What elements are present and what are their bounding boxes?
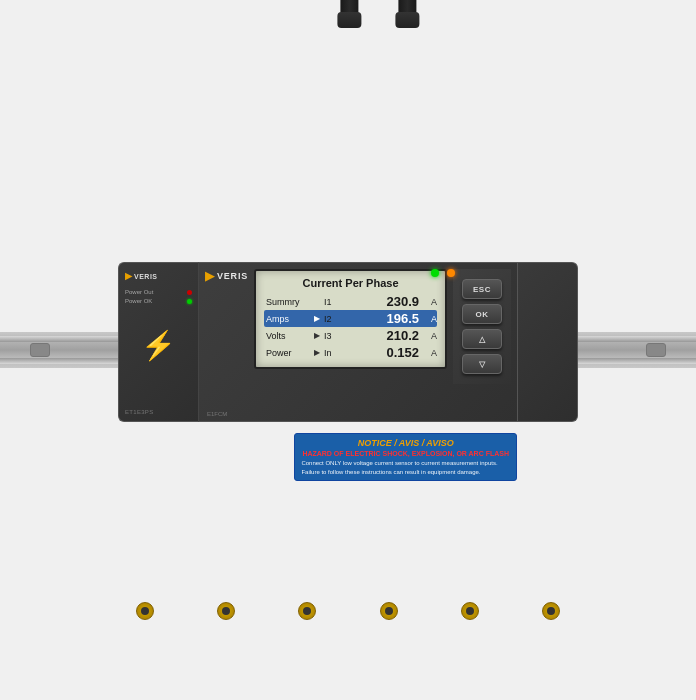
notice-body1: Connect ONLY low voltage current sensor … bbox=[301, 459, 510, 467]
lcd-label-2: Amps bbox=[264, 314, 314, 324]
lcd-display: Current Per Phase Summry I1 230.9 A Amps… bbox=[254, 269, 447, 369]
terminal-2 bbox=[217, 602, 235, 620]
status-led-green bbox=[431, 269, 439, 277]
lcd-label-3: Volts bbox=[264, 331, 314, 341]
cables bbox=[340, 0, 416, 20]
esc-button[interactable]: ESC bbox=[462, 279, 502, 299]
left-module-header: ▶ VERIS bbox=[125, 271, 192, 281]
lcd-row-2: Amps ▶ I2 196.5 A bbox=[264, 310, 437, 327]
left-status-row: Power Out Power OK bbox=[125, 289, 192, 304]
ok-button-label: OK bbox=[476, 310, 489, 319]
terminal-6 bbox=[542, 602, 560, 620]
ok-button[interactable]: OK bbox=[462, 304, 502, 324]
lcd-phase-4: In bbox=[324, 348, 344, 358]
status-power-ok: Power OK bbox=[125, 298, 192, 304]
lcd-phase-2: I2 bbox=[324, 314, 344, 324]
terminal-5 bbox=[461, 602, 479, 620]
status-power-out: Power Out bbox=[125, 289, 192, 295]
lcd-row-4: Power ▶ In 0.152 A bbox=[264, 344, 437, 361]
notice-title: NOTICE / AVIS / AVISO bbox=[301, 438, 510, 448]
power-out-label: Power Out bbox=[125, 289, 153, 295]
lcd-phase-3: I3 bbox=[324, 331, 344, 341]
left-module: ▶ VERIS Power Out Power OK ⚡ ET1E3PS bbox=[118, 262, 198, 422]
lcd-value-4: 0.152 bbox=[344, 345, 421, 360]
power-out-led bbox=[187, 290, 192, 295]
notice-hazard: HAZARD OF ELECTRIC SHOCK, EXPLOSION, OR … bbox=[301, 450, 510, 457]
up-button-label: △ bbox=[479, 335, 486, 344]
right-module bbox=[518, 262, 578, 422]
lcd-unit-4: A bbox=[421, 348, 437, 358]
lcd-unit-1: A bbox=[421, 297, 437, 307]
lcd-arrow-3: ▶ bbox=[314, 331, 324, 340]
lcd-phase-1: I1 bbox=[324, 297, 344, 307]
lcd-arrow-2: ▶ bbox=[314, 314, 324, 323]
lcd-unit-3: A bbox=[421, 331, 437, 341]
lcd-label-4: Power bbox=[264, 348, 314, 358]
cable-left bbox=[340, 0, 358, 20]
main-module-top: ▶ VERIS Current Per Phase Summry I1 bbox=[205, 269, 511, 384]
top-status-leds bbox=[431, 269, 455, 277]
left-veris-v: ▶ bbox=[125, 271, 132, 281]
din-slot-left bbox=[30, 343, 50, 357]
main-veris-v: ▶ bbox=[205, 269, 214, 283]
lcd-row-3: Volts ▶ I3 210.2 A bbox=[264, 327, 437, 344]
status-led-orange bbox=[447, 269, 455, 277]
lcd-arrow-4: ▶ bbox=[314, 348, 324, 357]
lcd-row-1: Summry I1 230.9 A bbox=[264, 293, 437, 310]
down-button-label: ▽ bbox=[479, 360, 486, 369]
button-panel: ESC OK △ ▽ bbox=[453, 269, 511, 384]
left-veris-name: VERIS bbox=[134, 273, 158, 280]
main-scene: ▶ VERIS Power Out Power OK ⚡ ET1E3PS bbox=[0, 0, 696, 700]
main-module: ▶ VERIS Current Per Phase Summry I1 bbox=[198, 262, 518, 422]
main-veris-logo: ▶ VERIS bbox=[205, 269, 248, 283]
power-ok-led bbox=[187, 299, 192, 304]
esc-button-label: ESC bbox=[473, 285, 491, 294]
main-veris-name: VERIS bbox=[217, 271, 248, 281]
lightning-icon: ⚡ bbox=[141, 329, 176, 362]
lcd-title: Current Per Phase bbox=[264, 277, 437, 289]
notice-label: NOTICE / AVIS / AVISO HAZARD OF ELECTRIC… bbox=[294, 433, 517, 481]
lcd-value-1: 230.9 bbox=[344, 294, 421, 309]
lcd-unit-2: A bbox=[421, 314, 437, 324]
lcd-label-1: Summry bbox=[264, 297, 314, 307]
device: ▶ VERIS Power Out Power OK ⚡ ET1E3PS bbox=[118, 262, 578, 422]
cable-right bbox=[398, 0, 416, 20]
main-module-model: E1FCM bbox=[207, 411, 227, 417]
terminals bbox=[104, 602, 591, 620]
left-module-model: ET1E3PS bbox=[125, 409, 153, 415]
terminal-1 bbox=[136, 602, 154, 620]
down-button[interactable]: ▽ bbox=[462, 354, 502, 374]
left-veris-logo: ▶ VERIS bbox=[125, 271, 158, 281]
lcd-value-2: 196.5 bbox=[344, 311, 421, 326]
din-slot-right bbox=[646, 343, 666, 357]
terminal-3 bbox=[298, 602, 316, 620]
power-ok-label: Power OK bbox=[125, 298, 152, 304]
terminal-4 bbox=[380, 602, 398, 620]
lcd-value-3: 210.2 bbox=[344, 328, 421, 343]
up-button[interactable]: △ bbox=[462, 329, 502, 349]
notice-body2: Failure to follow these instructions can… bbox=[301, 468, 510, 476]
